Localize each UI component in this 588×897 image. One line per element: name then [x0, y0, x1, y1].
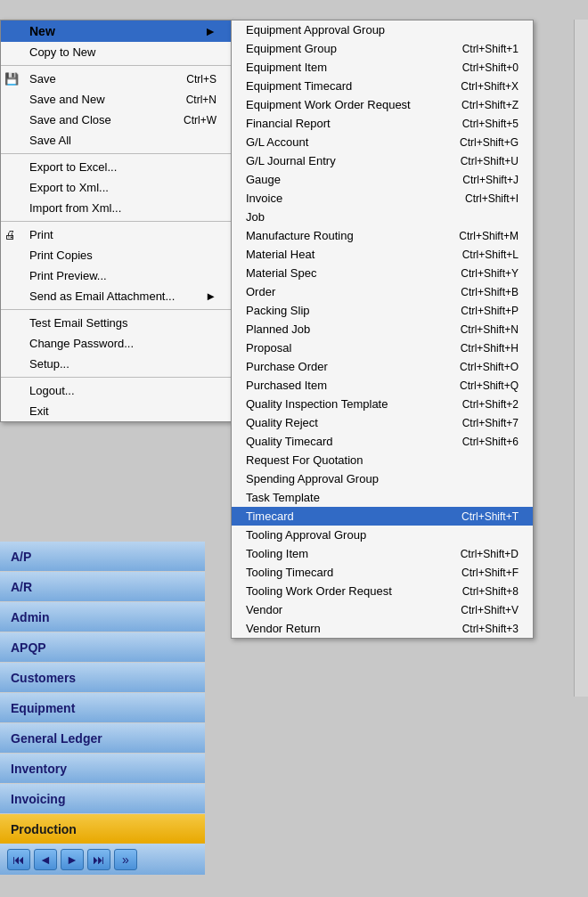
planned-job-label: Planned Job: [246, 322, 310, 336]
submenu-material-heat[interactable]: Material Heat Ctrl+Shift+L: [232, 245, 533, 264]
submenu-request-for-quotation[interactable]: Request For Quotation: [232, 451, 533, 469]
submenu-job[interactable]: Job: [232, 208, 533, 226]
menu-item-change-password[interactable]: Change Password...: [1, 333, 231, 354]
menu-item-save-all[interactable]: Save All: [1, 130, 231, 151]
nav-last-button[interactable]: ⏭: [87, 849, 110, 870]
submenu-spending-approval-group[interactable]: Spending Approval Group: [232, 469, 533, 488]
nav-more-icon: »: [122, 852, 129, 867]
submenu-equipment-approval-group[interactable]: Equipment Approval Group: [232, 20, 533, 39]
material-spec-label: Material Spec: [246, 266, 316, 280]
submenu-equipment-group[interactable]: Equipment Group Ctrl+Shift+1: [232, 39, 533, 58]
submenu-equipment-timecard[interactable]: Equipment Timecard Ctrl+Shift+X: [232, 77, 533, 95]
equipment-timecard-label: Equipment Timecard: [246, 79, 352, 93]
send-email-arrow: ►: [205, 289, 216, 303]
submenu-order[interactable]: Order Ctrl+Shift+B: [232, 282, 533, 301]
submenu-purchased-item[interactable]: Purchased Item Ctrl+Shift+Q: [232, 376, 533, 395]
equipment-item-label: Equipment Item: [246, 61, 327, 74]
sidebar-item-ar[interactable]: A/R: [0, 572, 205, 602]
submenu-vendor-return[interactable]: Vendor Return Ctrl+Shift+3: [232, 619, 533, 638]
send-email-label: Send as Email Attachment...: [29, 289, 175, 303]
submenu-manufacture-routing[interactable]: Manufacture Routing Ctrl+Shift+M: [232, 226, 533, 245]
submenu-tooling-timecard[interactable]: Tooling Timecard Ctrl+Shift+F: [232, 563, 533, 582]
purchase-order-label: Purchase Order: [246, 360, 328, 373]
sidebar-item-inventory[interactable]: Inventory: [0, 754, 205, 784]
sidebar-item-production[interactable]: Production: [0, 814, 205, 844]
nav-first-button[interactable]: ⏮: [7, 849, 30, 870]
submenu-quality-timecard[interactable]: Quality Timecard Ctrl+Shift+6: [232, 432, 533, 451]
save-and-new-label: Save and New: [29, 93, 105, 106]
submenu-packing-slip[interactable]: Packing Slip Ctrl+Shift+P: [232, 301, 533, 320]
sidebar: A/P A/R Admin APQP Customers Equipment G…: [0, 542, 205, 875]
export-excel-label: Export to Excel...: [29, 160, 117, 174]
exit-label: Exit: [29, 404, 49, 418]
gl-journal-entry-label: G/L Journal Entry: [246, 154, 336, 167]
order-label: Order: [246, 285, 275, 298]
submenu-tooling-item[interactable]: Tooling Item Ctrl+Shift+D: [232, 544, 533, 563]
sidebar-ap-label: A/P: [11, 550, 31, 564]
menu-item-copy-to-new[interactable]: Copy to New: [1, 42, 231, 62]
submenu-equipment-item[interactable]: Equipment Item Ctrl+Shift+0: [232, 58, 533, 77]
separator-5: [1, 377, 231, 378]
proposal-label: Proposal: [246, 341, 291, 355]
submenu-vendor[interactable]: Vendor Ctrl+Shift+V: [232, 600, 533, 619]
submenu-gl-account[interactable]: G/L Account Ctrl+Shift+G: [232, 133, 533, 151]
sidebar-item-invoicing[interactable]: Invoicing: [0, 784, 205, 814]
submenu-purchase-order[interactable]: Purchase Order Ctrl+Shift+O: [232, 357, 533, 376]
menu-item-setup[interactable]: Setup...: [1, 354, 231, 374]
submenu-gl-journal-entry[interactable]: G/L Journal Entry Ctrl+Shift+U: [232, 151, 533, 170]
invoice-label: Invoice: [246, 192, 282, 205]
submenu-equipment-work-order-request[interactable]: Equipment Work Order Request Ctrl+Shift+…: [232, 95, 533, 114]
submenu-financial-report[interactable]: Financial Report Ctrl+Shift+5: [232, 114, 533, 133]
menu-item-save-and-new[interactable]: Save and New Ctrl+N: [1, 89, 231, 110]
print-icon: 🖨: [4, 228, 16, 241]
submenu-proposal[interactable]: Proposal Ctrl+Shift+H: [232, 338, 533, 357]
nav-next-button[interactable]: ►: [61, 849, 84, 870]
menu-item-send-email[interactable]: Send as Email Attachment... ►: [1, 286, 231, 306]
menu-item-print-preview[interactable]: Print Preview...: [1, 265, 231, 286]
sidebar-item-equipment[interactable]: Equipment: [0, 693, 205, 723]
menu-item-print[interactable]: 🖨 Print: [1, 224, 231, 245]
job-label: Job: [246, 210, 265, 224]
separator-3: [1, 221, 231, 222]
menu-item-exit[interactable]: Exit: [1, 401, 231, 421]
menu-item-logout[interactable]: Logout...: [1, 380, 231, 401]
tooling-item-label: Tooling Item: [246, 547, 308, 560]
save-and-close-shortcut: Ctrl+W: [184, 114, 216, 126]
quality-timecard-label: Quality Timecard: [246, 435, 333, 448]
nav-more-button[interactable]: »: [114, 849, 137, 870]
submenu-material-spec[interactable]: Material Spec Ctrl+Shift+Y: [232, 264, 533, 282]
submenu-quality-inspection-template[interactable]: Quality Inspection Template Ctrl+Shift+2: [232, 395, 533, 413]
submenu-task-template[interactable]: Task Template: [232, 488, 533, 507]
menu-item-new[interactable]: New ►: [1, 20, 231, 42]
nav-prev-button[interactable]: ◄: [34, 849, 57, 870]
menu-item-export-xml[interactable]: Export to Xml...: [1, 177, 231, 198]
submenu-planned-job[interactable]: Planned Job Ctrl+Shift+N: [232, 320, 533, 338]
menu-item-save[interactable]: 💾 Save Ctrl+S: [1, 69, 231, 89]
submenu-invoice[interactable]: Invoice Ctrl+Shift+I: [232, 189, 533, 208]
nav-arrows-container: ⏮ ◄ ► ⏭ »: [0, 844, 205, 875]
sidebar-item-general-ledger[interactable]: General Ledger: [0, 723, 205, 754]
submenu-tooling-approval-group[interactable]: Tooling Approval Group: [232, 526, 533, 544]
sidebar-item-apqp[interactable]: APQP: [0, 632, 205, 663]
sidebar-item-admin[interactable]: Admin: [0, 602, 205, 632]
spending-approval-group-label: Spending Approval Group: [246, 472, 379, 485]
separator-1: [1, 65, 231, 66]
scrollbar[interactable]: [574, 20, 588, 697]
submenu-gauge[interactable]: Gauge Ctrl+Shift+J: [232, 170, 533, 189]
menu-item-print-copies[interactable]: Print Copies: [1, 245, 231, 265]
menu-item-export-excel[interactable]: Export to Excel...: [1, 157, 231, 177]
sidebar-item-customers[interactable]: Customers: [0, 663, 205, 693]
menu-item-test-email[interactable]: Test Email Settings: [1, 313, 231, 333]
menu-item-import-xml[interactable]: Import from Xml...: [1, 198, 231, 218]
task-template-label: Task Template: [246, 491, 320, 504]
submenu-quality-reject[interactable]: Quality Reject Ctrl+Shift+7: [232, 413, 533, 432]
gl-account-label: G/L Account: [246, 135, 308, 149]
quality-reject-label: Quality Reject: [246, 416, 318, 429]
submenu-timecard[interactable]: Timecard Ctrl+Shift+T: [232, 507, 533, 526]
sidebar-item-ap[interactable]: A/P: [0, 542, 205, 572]
print-label: Print: [29, 228, 53, 241]
submenu-tooling-work-order-request[interactable]: Tooling Work Order Request Ctrl+Shift+8: [232, 582, 533, 600]
save-label: Save: [29, 72, 56, 86]
change-password-label: Change Password...: [29, 337, 134, 350]
menu-item-save-and-close[interactable]: Save and Close Ctrl+W: [1, 110, 231, 130]
